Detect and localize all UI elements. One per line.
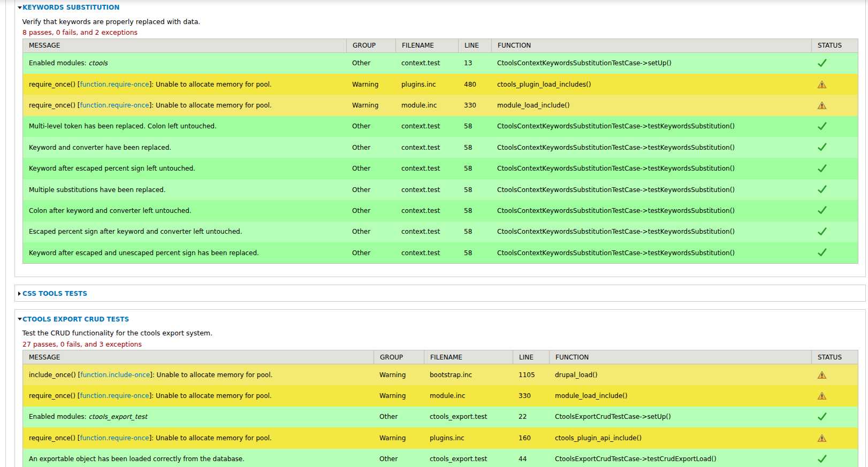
fieldset-legend[interactable]: CSS TOOLS TESTS [17,290,87,297]
warning-triangle-icon [817,392,827,400]
message-text: Enabled modules: ctools_export_test [29,413,147,420]
cell-message: include_once() [function.include-once]: … [23,364,374,385]
cell-group: Warning [374,427,424,448]
column-header: FUNCTION [549,350,811,364]
cell-line: 22 [513,407,549,427]
fieldset-title-link[interactable]: CSS TOOLS TESTS [22,290,87,297]
warning-triangle-icon [817,371,827,379]
cell-message: require_once() [function.require-once]: … [23,95,346,116]
cell-status [811,179,858,200]
fieldset-css-tools-tests: CSS TOOLS TESTS [14,285,866,302]
test-summary: 8 passes, 0 fails, and 2 exceptions [22,28,138,37]
cell-function: ctools_plugin_load_includes() [491,74,811,95]
cell-group: Other [346,158,395,179]
cell-filename: context.test [395,116,458,137]
cell-status [811,385,858,406]
cell-group: Warning [346,95,395,116]
collapse-arrow-icon [17,4,22,11]
cell-function: CtoolsContextKeywordsSubstitutionTestCas… [491,53,811,74]
cell-status [811,137,858,158]
cell-message: Multiple substitutions have been replace… [23,179,346,200]
cell-line: 1105 [513,364,549,385]
fieldset-title-link[interactable]: CTOOLS EXPORT CRUD TESTS [22,316,129,323]
cell-status [811,158,858,179]
test-description: Verify that keywords are properly replac… [22,18,201,26]
message-text: Multi-level token has been replaced. Col… [29,123,217,130]
message-text: require_once() [function.require-once]: … [29,81,272,88]
fieldset-legend[interactable]: KEYWORDS SUBSTITUTION [17,4,119,11]
cell-group: Warning [346,74,395,95]
pass-check-icon [817,412,827,422]
cell-filename: module.inc [424,385,513,406]
cell-function: CtoolsContextKeywordsSubstitutionTestCas… [491,137,811,158]
column-header: GROUP [346,39,395,53]
cell-status [811,116,858,137]
column-header: MESSAGE [23,39,346,53]
cell-group: Other [374,449,424,467]
fieldset-title-link[interactable]: KEYWORDS SUBSTITUTION [22,4,119,11]
php-doc-link[interactable]: function.require-once [80,81,149,88]
cell-filename: context.test [395,137,458,158]
cell-status [811,364,858,385]
cell-function: CtoolsContextKeywordsSubstitutionTestCas… [491,116,811,137]
collapse-arrow-icon [17,316,22,323]
cell-message: Keyword after escaped and unescaped perc… [23,242,346,263]
cell-function: CtoolsExportCrudTestCase->testCrudExport… [549,449,811,467]
cell-filename: plugins.inc [424,427,513,448]
column-header: FUNCTION [491,39,811,53]
php-doc-link[interactable]: function.include-once [80,371,150,379]
fieldset-legend[interactable]: CTOOLS EXPORT CRUD TESTS [17,316,129,323]
cell-status [811,221,858,242]
cell-status [811,242,858,263]
cell-line: 480 [458,74,491,95]
warning-triangle-icon [817,434,827,442]
cell-line: 13 [458,53,491,74]
cell-status [811,449,858,467]
message-emphasis: ctools_export_test [88,413,147,420]
cell-function: CtoolsContextKeywordsSubstitutionTestCas… [491,242,811,263]
cell-message: require_once() [function.require-once]: … [23,74,346,95]
message-text: Enabled modules: ctools [29,59,108,67]
message-text: Keyword after escaped and unescaped perc… [29,249,259,257]
cell-filename: context.test [395,242,458,263]
php-doc-link[interactable]: function.require-once [80,434,149,442]
message-emphasis: ctools [88,59,108,67]
cell-line: 58 [458,200,491,221]
cell-function: ctools_plugin_api_include() [549,427,811,448]
message-text: Keyword and converter have been replaced… [29,144,171,151]
cell-group: Other [346,53,395,74]
results-table: MESSAGEGROUPFILENAMELINEFUNCTIONSTATUSEn… [22,39,858,264]
column-header: LINE [458,39,491,53]
cell-message: Enabled modules: ctools [23,53,346,74]
message-text: Escaped percent sign after keyword and c… [29,228,242,235]
cell-status [811,407,858,427]
cell-filename: ctools_export.test [424,449,513,467]
column-header: STATUS [811,39,858,53]
cell-status [811,200,858,221]
cell-function: CtoolsContextKeywordsSubstitutionTestCas… [491,158,811,179]
cell-line: 58 [458,242,491,263]
cell-status [811,427,858,448]
cell-message: Enabled modules: ctools_export_test [23,407,374,427]
cell-filename: ctools_export.test [424,407,513,427]
cell-message: Escaped percent sign after keyword and c… [23,221,346,242]
cell-group: Warning [374,385,424,406]
warning-triangle-icon [817,101,827,110]
cell-filename: context.test [395,200,458,221]
cell-line: 44 [513,449,549,467]
message-text: Keyword after escaped percent sign left … [29,165,195,172]
cell-filename: plugins.inc [395,74,458,95]
pass-check-icon [817,121,827,132]
cell-filename: context.test [395,179,458,200]
cell-group: Other [346,242,395,263]
cell-function: CtoolsExportCrudTestCase->setUp() [549,407,811,427]
pass-check-icon [817,164,827,174]
php-doc-link[interactable]: function.require-once [80,392,149,400]
php-doc-link[interactable]: function.require-once [80,102,149,109]
pass-check-icon [817,454,827,464]
cell-group: Other [346,116,395,137]
cell-group: Other [346,137,395,158]
message-text: Multiple substitutions have been replace… [29,186,165,194]
column-header: STATUS [811,350,858,364]
cell-function: module_load_include() [491,95,811,116]
